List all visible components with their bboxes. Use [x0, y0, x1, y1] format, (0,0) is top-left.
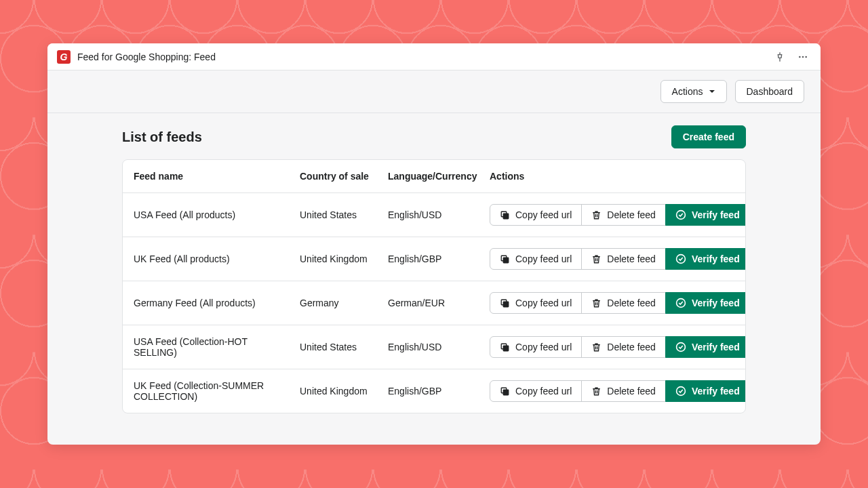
verify-feed-button[interactable]: Verify feed: [665, 380, 746, 402]
copy-icon: [500, 386, 510, 396]
cell-country: United Kingdom: [300, 253, 388, 264]
copy-label: Copy feed url: [515, 342, 572, 352]
delete-label: Delete feed: [607, 386, 656, 396]
svg-point-2: [805, 56, 807, 58]
copy-icon: [500, 254, 510, 264]
verify-label: Verify feed: [692, 342, 740, 352]
table-row: UK Feed (All products) United Kingdom En…: [123, 237, 745, 281]
verify-feed-button[interactable]: Verify feed: [665, 336, 746, 358]
trash-icon: [591, 298, 601, 308]
svg-rect-3: [503, 214, 509, 219]
col-header-name: Feed name: [134, 171, 300, 182]
cell-lang: German/EUR: [388, 298, 490, 308]
cell-lang: English/USD: [388, 209, 490, 220]
row-action-group: Copy feed url Delete feed: [490, 380, 746, 402]
table-row: USA Feed (Collection-HOT SELLING) United…: [123, 325, 745, 369]
copy-feed-url-button[interactable]: Copy feed url: [490, 248, 582, 270]
cell-lang: English/GBP: [388, 386, 490, 396]
trash-icon: [591, 210, 601, 220]
delete-feed-button[interactable]: Delete feed: [581, 380, 666, 402]
copy-label: Copy feed url: [515, 298, 572, 308]
app-title: Feed for Google Shopping: Feed: [77, 52, 216, 62]
row-action-group: Copy feed url Delete feed: [490, 248, 746, 270]
verify-feed-button[interactable]: Verify feed: [665, 204, 746, 226]
svg-rect-9: [503, 302, 509, 307]
verify-label: Verify feed: [692, 209, 740, 220]
toolbar: Actions Dashboard: [47, 70, 821, 113]
svg-point-0: [799, 56, 801, 58]
delete-label: Delete feed: [607, 209, 656, 220]
app-window: G Feed for Google Shopping: Feed Actions: [47, 43, 821, 445]
cell-lang: English/USD: [388, 342, 490, 352]
row-action-group: Copy feed url Delete feed: [490, 336, 746, 358]
verify-label: Verify feed: [692, 386, 740, 396]
cell-feed-name: USA Feed (All products): [134, 209, 300, 220]
delete-feed-button[interactable]: Delete feed: [581, 336, 666, 358]
copy-label: Copy feed url: [515, 386, 572, 396]
verify-feed-button[interactable]: Verify feed: [665, 248, 746, 270]
cell-feed-name: UK Feed (All products): [134, 253, 300, 264]
dashboard-button[interactable]: Dashboard: [735, 80, 805, 103]
check-circle-icon: [675, 298, 686, 308]
copy-feed-url-button[interactable]: Copy feed url: [490, 380, 582, 402]
copy-label: Copy feed url: [515, 253, 572, 264]
cell-country: United Kingdom: [300, 386, 388, 396]
cell-feed-name: USA Feed (Collection-HOT SELLING): [134, 336, 300, 358]
verify-label: Verify feed: [692, 298, 740, 308]
page-header: List of feeds Create feed: [122, 125, 746, 148]
copy-icon: [500, 298, 510, 308]
table-body: USA Feed (All products) United States En…: [123, 193, 745, 413]
feeds-table: Feed name Country of sale Language/Curre…: [122, 159, 746, 413]
create-feed-button[interactable]: Create feed: [671, 125, 746, 148]
row-action-group: Copy feed url Delete feed: [490, 292, 746, 314]
delete-label: Delete feed: [607, 253, 656, 264]
chevron-down-icon: [709, 88, 715, 95]
content-area: List of feeds Create feed Feed name Coun…: [47, 113, 821, 445]
svg-rect-12: [503, 346, 509, 351]
delete-feed-button[interactable]: Delete feed: [581, 204, 666, 226]
cell-actions: Copy feed url Delete feed: [490, 380, 746, 402]
table-header: Feed name Country of sale Language/Curre…: [123, 160, 745, 193]
copy-feed-url-button[interactable]: Copy feed url: [490, 292, 582, 314]
svg-rect-6: [503, 258, 509, 263]
table-row: USA Feed (All products) United States En…: [123, 193, 745, 237]
cell-feed-name: UK Feed (Collection-SUMMER COLLECTION): [134, 380, 300, 402]
copy-feed-url-button[interactable]: Copy feed url: [490, 204, 582, 226]
col-header-country: Country of sale: [300, 171, 388, 182]
verify-feed-button[interactable]: Verify feed: [665, 292, 746, 314]
actions-label: Actions: [672, 86, 703, 97]
cell-country: Germany: [300, 298, 388, 308]
table-row: UK Feed (Collection-SUMMER COLLECTION) U…: [123, 369, 745, 413]
copy-feed-url-button[interactable]: Copy feed url: [490, 336, 582, 358]
trash-icon: [591, 386, 601, 396]
create-feed-label: Create feed: [683, 131, 734, 142]
titlebar: G Feed for Google Shopping: Feed: [47, 43, 821, 70]
dashboard-label: Dashboard: [747, 86, 793, 97]
check-circle-icon: [675, 209, 686, 220]
pin-icon[interactable]: [772, 49, 788, 65]
col-header-lang: Language/Currency: [388, 171, 490, 182]
row-action-group: Copy feed url Delete feed: [490, 204, 746, 226]
delete-feed-button[interactable]: Delete feed: [581, 292, 666, 314]
cell-actions: Copy feed url Delete feed: [490, 248, 746, 270]
cell-actions: Copy feed url Delete feed: [490, 292, 746, 314]
cell-country: United States: [300, 209, 388, 220]
app-logo: G: [57, 50, 71, 64]
copy-icon: [500, 342, 510, 352]
table-row: Germany Feed (All products) Germany Germ…: [123, 281, 745, 325]
cell-feed-name: Germany Feed (All products): [134, 298, 300, 308]
delete-label: Delete feed: [607, 342, 656, 352]
svg-point-1: [802, 56, 804, 58]
cell-actions: Copy feed url Delete feed: [490, 204, 746, 226]
copy-icon: [500, 210, 510, 220]
cell-actions: Copy feed url Delete feed: [490, 336, 746, 358]
check-circle-icon: [675, 342, 686, 352]
cell-country: United States: [300, 342, 388, 352]
copy-label: Copy feed url: [515, 209, 572, 220]
delete-feed-button[interactable]: Delete feed: [581, 248, 666, 270]
col-header-actions: Actions: [490, 171, 734, 182]
actions-dropdown[interactable]: Actions: [660, 80, 727, 103]
cell-lang: English/GBP: [388, 253, 490, 264]
trash-icon: [591, 254, 601, 264]
more-icon[interactable]: [795, 49, 811, 65]
